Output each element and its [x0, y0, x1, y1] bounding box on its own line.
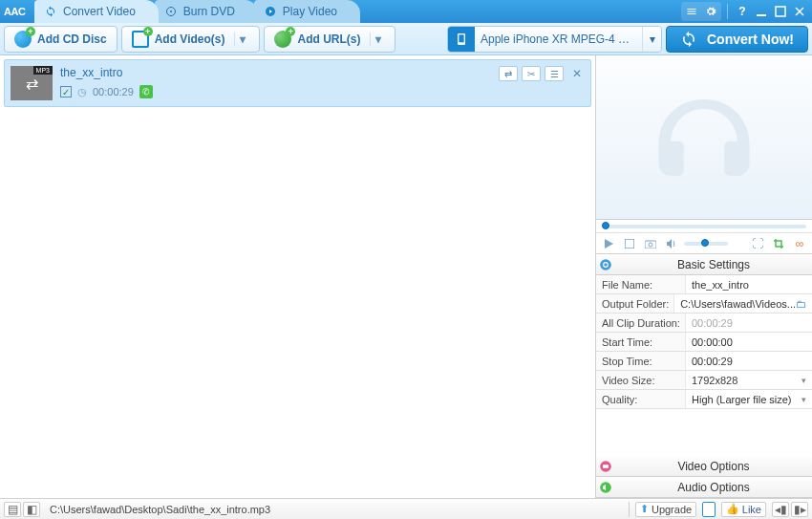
twitter-button[interactable]: t [702, 502, 716, 517]
menu-icon[interactable] [683, 3, 700, 20]
button-label: Add URL(s) [297, 32, 360, 46]
up-arrow-icon: ⬆ [640, 503, 649, 515]
output-profile-select[interactable]: Apple iPhone XR MPEG-4 Movie (*.m... ▾ [447, 26, 662, 53]
facebook-like-button[interactable]: 👍 Like [721, 502, 766, 517]
close-icon[interactable] [791, 3, 808, 20]
svg-point-10 [600, 259, 611, 270]
title-bar: AAC Convert Video Burn DVD Play Video ? [0, 0, 812, 23]
list-icon[interactable]: ☰ [545, 66, 564, 81]
maximize-icon[interactable] [772, 3, 789, 20]
value[interactable]: the_xx_intro [686, 275, 812, 293]
device-icon [448, 26, 475, 53]
volume-icon[interactable] [663, 236, 680, 251]
svg-point-9 [649, 243, 652, 247]
swap-icon[interactable]: ⇄ [499, 66, 518, 81]
crop-icon[interactable] [770, 236, 787, 251]
play-icon[interactable] [600, 236, 617, 251]
audio-icon [596, 481, 615, 494]
file-thumbnail: MP3 ⇄ [11, 66, 53, 100]
tab-play-video[interactable]: Play Video [254, 0, 360, 23]
snapshot-icon[interactable] [642, 236, 659, 251]
checkbox[interactable]: ✓ [60, 86, 72, 97]
tab-label: Burn DVD [183, 5, 235, 18]
setting-file-name: File Name: the_xx_intro [596, 275, 812, 294]
label: All Clip Duration: [596, 314, 686, 332]
audio-options-header[interactable]: Audio Options [596, 477, 812, 498]
tab-convert-video[interactable]: Convert Video [34, 0, 159, 23]
value[interactable]: 00:00:00 [686, 333, 812, 351]
cut-icon[interactable]: ✂ [522, 66, 541, 81]
format-badge: MP3 [33, 66, 53, 75]
stop-icon[interactable] [621, 236, 638, 251]
chevron-down-icon[interactable]: ▾ [801, 371, 806, 390]
app-logo: AAC [4, 0, 34, 23]
value[interactable]: 00:00:29 [686, 352, 812, 370]
svg-rect-6 [459, 34, 463, 42]
next-icon[interactable]: ▮▸ [791, 502, 808, 517]
seek-slider[interactable] [596, 220, 812, 233]
setting-all-clip-duration: All Clip Duration: 00:00:29 [596, 314, 812, 333]
header-label: Audio Options [615, 481, 812, 494]
convert-arrows-icon: ⇄ [26, 75, 38, 93]
button-label: Convert Now! [707, 32, 794, 47]
label: Start Time: [596, 333, 686, 351]
twitter-icon: t [707, 504, 711, 515]
list-view-icon[interactable]: ▤ [4, 502, 21, 517]
disc-icon [164, 5, 178, 18]
value[interactable]: 1792x828▾ [686, 371, 812, 389]
upgrade-button[interactable]: ⬆ Upgrade [635, 502, 696, 517]
status-bar: ▤ ◧ C:\Users\fawad\Desktop\Sadi\the_xx_i… [0, 498, 812, 519]
label: Output Folder: [596, 294, 674, 313]
chevron-down-icon[interactable]: ▾ [801, 390, 806, 409]
value[interactable]: High (Larger file size)▾ [686, 390, 812, 408]
chevron-down-icon[interactable]: ▾ [642, 26, 661, 53]
right-pane: ⛶ ∞ Basic Settings File Name: the_xx_int… [596, 55, 812, 498]
basic-settings-header[interactable]: Basic Settings [596, 254, 812, 275]
chevron-down-icon[interactable]: ▾ [234, 32, 249, 46]
button-label: Upgrade [652, 504, 692, 515]
volume-slider[interactable] [684, 242, 728, 246]
setting-stop-time: Stop Time: 00:00:29 [596, 352, 812, 371]
video-icon [596, 460, 615, 473]
file-item[interactable]: MP3 ⇄ the_xx_intro ✓ ◷ 00:00:29 ✆ ⇄ ✂ ☰ … [4, 59, 591, 107]
file-list-pane: MP3 ⇄ the_xx_intro ✓ ◷ 00:00:29 ✆ ⇄ ✂ ☰ … [0, 55, 596, 498]
minimize-icon[interactable] [753, 3, 770, 20]
header-label: Basic Settings [615, 258, 812, 271]
label: Video Size: [596, 371, 686, 389]
tab-burn-dvd[interactable]: Burn DVD [155, 0, 258, 23]
setting-start-time: Start Time: 00:00:00 [596, 333, 812, 352]
add-urls-button[interactable]: Add URL(s) ▾ [264, 26, 395, 53]
setting-video-size: Video Size: 1792x828▾ [596, 371, 812, 390]
button-label: Like [742, 504, 761, 515]
convert-now-button[interactable]: Convert Now! [666, 26, 808, 53]
phone-icon: ✆ [139, 85, 153, 98]
add-cd-disc-button[interactable]: Add CD Disc [4, 26, 118, 53]
add-videos-button[interactable]: Add Video(s) ▾ [121, 26, 261, 53]
video-options-header[interactable]: Video Options [596, 456, 812, 477]
remove-file-icon[interactable]: ✕ [569, 66, 585, 81]
tab-label: Convert Video [63, 5, 136, 18]
refresh-icon [44, 5, 57, 18]
link-icon[interactable]: ∞ [791, 236, 808, 251]
fullscreen-icon[interactable]: ⛶ [749, 236, 766, 251]
svg-rect-7 [625, 239, 634, 249]
header-label: Video Options [615, 460, 812, 473]
disc-plus-icon [14, 31, 32, 48]
clock-icon: ◷ [77, 86, 87, 98]
chevron-down-icon[interactable]: ▾ [370, 32, 385, 46]
thumbs-up-icon: 👍 [726, 503, 739, 515]
help-icon[interactable]: ? [734, 3, 751, 20]
value[interactable]: C:\Users\fawad\Videos...🗀 [674, 294, 812, 313]
value: 00:00:29 [686, 314, 812, 332]
file-duration: 00:00:29 [93, 86, 134, 97]
play-icon [264, 5, 277, 18]
gear-icon[interactable] [702, 3, 719, 20]
toolbar: Add CD Disc Add Video(s) ▾ Add URL(s) ▾ … [0, 23, 812, 55]
tabs: Convert Video Burn DVD Play Video [34, 0, 681, 23]
folder-icon[interactable]: 🗀 [796, 294, 806, 314]
expand-icon[interactable]: ◧ [23, 502, 40, 517]
button-label: Add Video(s) [155, 32, 225, 46]
globe-plus-icon [274, 31, 291, 48]
prev-icon[interactable]: ◂▮ [772, 502, 789, 517]
svg-rect-8 [645, 241, 656, 249]
